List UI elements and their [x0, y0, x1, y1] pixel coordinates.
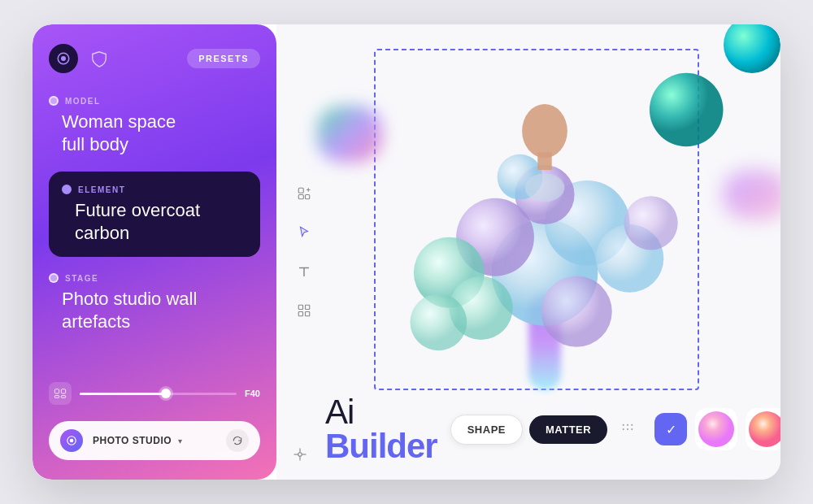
thumbnails-row: ✓: [654, 408, 780, 450]
svg-point-27: [411, 293, 467, 350]
app-container: PRESETS MODEL Woman spacefull body ELEME…: [33, 24, 780, 480]
canvas-area: [325, 41, 764, 398]
model-value: Woman spacefull body: [49, 111, 260, 155]
svg-point-7: [70, 439, 74, 443]
model-label: MODEL: [49, 96, 260, 106]
svg-point-36: [631, 424, 633, 426]
svg-point-31: [522, 104, 567, 158]
adjust-icon: [293, 447, 307, 462]
ai-heading-line2: Builder: [325, 429, 437, 463]
svg-point-35: [627, 424, 628, 426]
grid-options-icon[interactable]: [614, 415, 641, 443]
stage-section: STAGE Photo studio wallartefacts: [49, 273, 260, 332]
sidebar-logo: [49, 44, 78, 73]
pink-blob-right: [724, 171, 780, 219]
photo-studio-icon: [60, 429, 83, 452]
svg-point-21: [545, 180, 630, 266]
element-value: Future overcoatcarbon: [62, 199, 247, 244]
svg-rect-16: [306, 305, 310, 309]
adjust-controls: [293, 447, 307, 462]
svg-point-30: [650, 73, 724, 147]
thumbnail-item-2[interactable]: [746, 408, 780, 450]
toolbar: [291, 180, 317, 324]
svg-rect-3: [61, 389, 65, 393]
svg-point-29: [624, 196, 678, 250]
svg-point-25: [449, 276, 512, 340]
svg-rect-17: [298, 312, 302, 316]
svg-point-37: [623, 428, 624, 430]
element-card: ELEMENT Future overcoatcarbon: [49, 172, 260, 257]
slider-value: F40: [245, 389, 260, 398]
svg-point-24: [596, 224, 664, 293]
svg-point-39: [631, 428, 633, 430]
svg-rect-5: [61, 396, 65, 398]
ai-heading-line1: Ai: [325, 395, 437, 429]
chevron-down-icon: ▾: [178, 437, 182, 445]
ai-builder-text: Ai Builder: [325, 395, 437, 463]
svg-rect-18: [306, 312, 310, 316]
svg-point-38: [627, 428, 628, 430]
teal-sphere: [724, 24, 780, 73]
model-section: MODEL Woman spacefull body: [49, 96, 260, 155]
refresh-button[interactable]: [226, 429, 249, 452]
stage-label: STAGE: [49, 273, 260, 283]
text-tool-button[interactable]: [291, 259, 317, 285]
bottom-controls: SHAPE MATTER ✓: [450, 408, 780, 450]
svg-point-44: [298, 453, 302, 457]
thumbnail-item-1[interactable]: [695, 408, 737, 450]
svg-point-1: [61, 56, 66, 61]
slider-track[interactable]: [80, 393, 237, 395]
svg-point-28: [498, 154, 543, 200]
sidebar-icon2: [88, 47, 111, 70]
confirm-button[interactable]: ✓: [654, 413, 687, 445]
svg-rect-8: [298, 188, 303, 193]
sidebar-footer: PHOTO STUDIO ▾: [49, 421, 260, 460]
slider-row: F40: [49, 382, 260, 405]
svg-point-33: [525, 173, 565, 202]
svg-point-41: [698, 411, 734, 447]
sidebar-header: PRESETS: [49, 44, 260, 73]
matter-button[interactable]: MATTER: [529, 415, 607, 444]
bottom-row: Ai Builder SHAPE MATTER: [325, 395, 764, 463]
blur-blob-left: [317, 106, 382, 163]
svg-point-20: [456, 198, 534, 276]
svg-point-23: [515, 165, 574, 224]
svg-rect-32: [537, 152, 551, 170]
svg-rect-4: [54, 396, 59, 398]
grid-tool-button[interactable]: [291, 298, 317, 324]
photo-studio-label: PHOTO STUDIO: [93, 435, 172, 446]
sidebar: PRESETS MODEL Woman spacefull body ELEME…: [33, 24, 276, 480]
cursor-tool-button[interactable]: [291, 219, 317, 245]
svg-rect-12: [306, 195, 310, 199]
vertical-streaks: [528, 293, 561, 390]
svg-point-22: [414, 237, 485, 308]
shape-button[interactable]: SHAPE: [450, 415, 523, 445]
slider-icon: [49, 382, 72, 405]
add-tool-button[interactable]: [291, 180, 317, 206]
svg-rect-15: [298, 305, 302, 309]
svg-point-34: [623, 424, 624, 426]
stage-value: Photo studio wallartefacts: [49, 288, 260, 332]
element-label: ELEMENT: [62, 185, 247, 194]
svg-rect-2: [54, 389, 59, 393]
main-content: Ai Builder SHAPE MATTER: [276, 24, 780, 480]
svg-rect-11: [298, 195, 303, 199]
presets-button[interactable]: PRESETS: [187, 49, 260, 68]
